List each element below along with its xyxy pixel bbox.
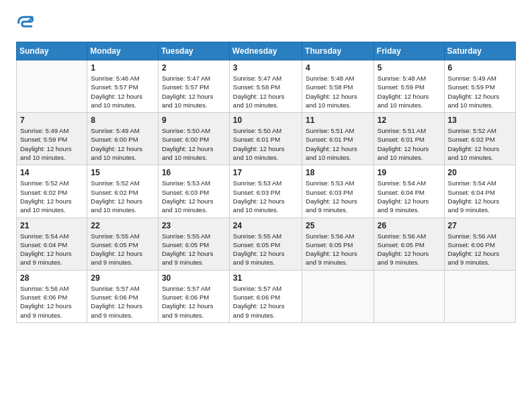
calendar-cell [444, 270, 515, 322]
day-number: 11 [306, 116, 370, 125]
day-info: Sunrise: 5:54 AM Sunset: 6:04 PM Dayligh… [20, 232, 83, 267]
day-info: Sunrise: 5:56 AM Sunset: 6:05 PM Dayligh… [306, 232, 370, 267]
calendar-cell: 31Sunrise: 5:57 AM Sunset: 6:06 PM Dayli… [229, 270, 302, 322]
calendar-cell: 9Sunrise: 5:50 AM Sunset: 6:00 PM Daylig… [158, 113, 229, 165]
day-number: 5 [378, 63, 441, 73]
day-number: 29 [91, 273, 154, 283]
day-number: 22 [91, 221, 154, 230]
weekday-header-saturday: Saturday [444, 42, 515, 60]
calendar-cell: 6Sunrise: 5:49 AM Sunset: 5:59 PM Daylig… [444, 60, 515, 113]
day-number: 9 [162, 116, 226, 125]
weekday-header-row: SundayMondayTuesdayWednesdayThursdayFrid… [17, 42, 516, 60]
day-number: 27 [448, 221, 512, 230]
day-number: 23 [162, 221, 226, 230]
logo [16, 13, 38, 32]
calendar-week-row: 14Sunrise: 5:52 AM Sunset: 6:02 PM Dayli… [17, 165, 516, 218]
calendar-cell: 20Sunrise: 5:54 AM Sunset: 6:04 PM Dayli… [444, 165, 515, 218]
day-info: Sunrise: 5:55 AM Sunset: 6:05 PM Dayligh… [162, 232, 226, 267]
day-info: Sunrise: 5:46 AM Sunset: 5:57 PM Dayligh… [91, 74, 154, 109]
day-info: Sunrise: 5:53 AM Sunset: 6:03 PM Dayligh… [233, 179, 298, 214]
calendar-cell: 30Sunrise: 5:57 AM Sunset: 6:06 PM Dayli… [158, 270, 229, 322]
calendar-cell: 15Sunrise: 5:52 AM Sunset: 6:02 PM Dayli… [87, 165, 159, 218]
day-number: 20 [448, 168, 512, 177]
calendar-cell: 3Sunrise: 5:47 AM Sunset: 5:58 PM Daylig… [229, 60, 302, 113]
calendar-cell [373, 270, 444, 322]
day-number: 17 [233, 168, 298, 177]
day-info: Sunrise: 5:51 AM Sunset: 6:01 PM Dayligh… [378, 126, 441, 162]
weekday-header-monday: Monday [87, 42, 159, 60]
calendar-cell: 4Sunrise: 5:48 AM Sunset: 5:58 PM Daylig… [302, 60, 374, 113]
day-info: Sunrise: 5:55 AM Sunset: 6:05 PM Dayligh… [233, 232, 298, 267]
day-number: 21 [20, 221, 83, 230]
day-number: 18 [306, 168, 370, 177]
calendar-cell: 17Sunrise: 5:53 AM Sunset: 6:03 PM Dayli… [229, 165, 302, 218]
day-number: 12 [378, 116, 441, 125]
calendar-cell: 28Sunrise: 5:56 AM Sunset: 6:06 PM Dayli… [17, 270, 87, 322]
day-info: Sunrise: 5:56 AM Sunset: 6:06 PM Dayligh… [448, 232, 512, 267]
calendar-cell: 27Sunrise: 5:56 AM Sunset: 6:06 PM Dayli… [444, 218, 515, 270]
day-number: 1 [91, 63, 154, 73]
calendar-cell: 22Sunrise: 5:55 AM Sunset: 6:05 PM Dayli… [87, 218, 159, 270]
day-info: Sunrise: 5:48 AM Sunset: 5:59 PM Dayligh… [378, 74, 441, 109]
day-info: Sunrise: 5:49 AM Sunset: 5:59 PM Dayligh… [20, 126, 83, 162]
day-info: Sunrise: 5:55 AM Sunset: 6:05 PM Dayligh… [91, 232, 154, 267]
calendar-week-row: 1Sunrise: 5:46 AM Sunset: 5:57 PM Daylig… [17, 60, 516, 113]
calendar-cell: 23Sunrise: 5:55 AM Sunset: 6:05 PM Dayli… [158, 218, 229, 270]
day-info: Sunrise: 5:53 AM Sunset: 6:03 PM Dayligh… [306, 179, 370, 214]
day-number: 2 [162, 63, 226, 73]
day-number: 24 [233, 221, 298, 230]
day-number: 28 [20, 273, 83, 283]
day-info: Sunrise: 5:51 AM Sunset: 6:01 PM Dayligh… [306, 126, 370, 162]
calendar-cell: 14Sunrise: 5:52 AM Sunset: 6:02 PM Dayli… [17, 165, 87, 218]
calendar-cell: 2Sunrise: 5:47 AM Sunset: 5:57 PM Daylig… [158, 60, 229, 113]
calendar-cell: 8Sunrise: 5:49 AM Sunset: 6:00 PM Daylig… [87, 113, 159, 165]
day-info: Sunrise: 5:50 AM Sunset: 6:00 PM Dayligh… [162, 126, 226, 162]
weekday-header-tuesday: Tuesday [158, 42, 229, 60]
day-info: Sunrise: 5:56 AM Sunset: 6:05 PM Dayligh… [378, 232, 441, 267]
day-number: 15 [91, 168, 154, 177]
day-info: Sunrise: 5:52 AM Sunset: 6:02 PM Dayligh… [91, 179, 154, 214]
day-number: 26 [378, 221, 441, 230]
calendar-week-row: 28Sunrise: 5:56 AM Sunset: 6:06 PM Dayli… [17, 270, 516, 322]
calendar-cell: 11Sunrise: 5:51 AM Sunset: 6:01 PM Dayli… [302, 113, 374, 165]
calendar-cell: 26Sunrise: 5:56 AM Sunset: 6:05 PM Dayli… [373, 218, 444, 270]
day-number: 19 [378, 168, 441, 177]
day-info: Sunrise: 5:48 AM Sunset: 5:58 PM Dayligh… [306, 74, 370, 109]
calendar-cell: 10Sunrise: 5:50 AM Sunset: 6:01 PM Dayli… [229, 113, 302, 165]
day-info: Sunrise: 5:52 AM Sunset: 6:02 PM Dayligh… [448, 126, 512, 162]
day-info: Sunrise: 5:57 AM Sunset: 6:06 PM Dayligh… [233, 284, 298, 320]
day-info: Sunrise: 5:47 AM Sunset: 5:58 PM Dayligh… [233, 74, 298, 109]
day-info: Sunrise: 5:49 AM Sunset: 5:59 PM Dayligh… [448, 74, 512, 109]
day-number: 4 [306, 63, 370, 73]
weekday-header-sunday: Sunday [17, 42, 87, 60]
day-number: 10 [233, 116, 298, 125]
calendar-cell: 29Sunrise: 5:57 AM Sunset: 6:06 PM Dayli… [87, 270, 159, 322]
calendar-week-row: 21Sunrise: 5:54 AM Sunset: 6:04 PM Dayli… [17, 218, 516, 270]
day-number: 13 [448, 116, 512, 125]
day-info: Sunrise: 5:49 AM Sunset: 6:00 PM Dayligh… [91, 126, 154, 162]
day-info: Sunrise: 5:57 AM Sunset: 6:06 PM Dayligh… [162, 284, 226, 320]
calendar-cell: 7Sunrise: 5:49 AM Sunset: 5:59 PM Daylig… [17, 113, 87, 165]
calendar-cell: 5Sunrise: 5:48 AM Sunset: 5:59 PM Daylig… [373, 60, 444, 113]
day-info: Sunrise: 5:54 AM Sunset: 6:04 PM Dayligh… [448, 179, 512, 214]
calendar-cell: 13Sunrise: 5:52 AM Sunset: 6:02 PM Dayli… [444, 113, 515, 165]
calendar: SundayMondayTuesdayWednesdayThursdayFrid… [16, 42, 516, 323]
weekday-header-friday: Friday [373, 42, 444, 60]
day-number: 31 [233, 273, 298, 283]
weekday-header-thursday: Thursday [302, 42, 374, 60]
calendar-cell [17, 60, 87, 113]
calendar-cell: 21Sunrise: 5:54 AM Sunset: 6:04 PM Dayli… [17, 218, 87, 270]
header [16, 13, 516, 32]
day-info: Sunrise: 5:57 AM Sunset: 6:06 PM Dayligh… [91, 284, 154, 320]
page: SundayMondayTuesdayWednesdayThursdayFrid… [0, 0, 532, 334]
calendar-cell: 12Sunrise: 5:51 AM Sunset: 6:01 PM Dayli… [373, 113, 444, 165]
calendar-cell: 18Sunrise: 5:53 AM Sunset: 6:03 PM Dayli… [302, 165, 374, 218]
day-info: Sunrise: 5:52 AM Sunset: 6:02 PM Dayligh… [20, 179, 83, 214]
day-number: 8 [91, 116, 154, 125]
day-number: 14 [20, 168, 83, 177]
day-number: 30 [162, 273, 226, 283]
day-number: 6 [448, 63, 512, 73]
calendar-cell [302, 270, 374, 322]
calendar-cell: 24Sunrise: 5:55 AM Sunset: 6:05 PM Dayli… [229, 218, 302, 270]
calendar-cell: 16Sunrise: 5:53 AM Sunset: 6:03 PM Dayli… [158, 165, 229, 218]
